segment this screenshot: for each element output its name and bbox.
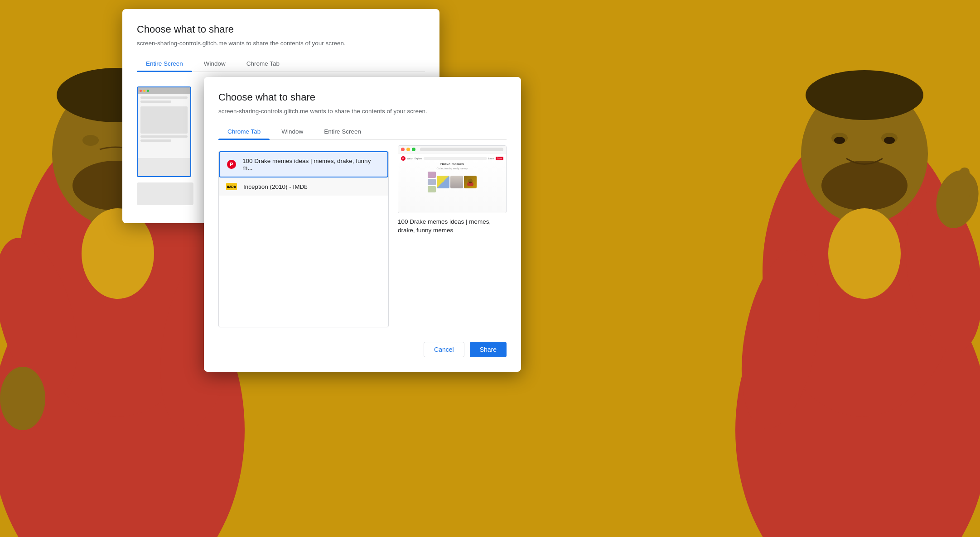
- tab-list: P 100 Drake memes ideas | memes, drake, …: [218, 151, 389, 327]
- tab-item-pinterest[interactable]: P 100 Drake memes ideas | memes, drake, …: [219, 151, 388, 177]
- pint-image-grid: [401, 172, 503, 192]
- pint-small-img-1: [428, 172, 436, 178]
- close-dot: [140, 90, 142, 92]
- pint-small-img-2: [428, 179, 436, 185]
- back-tabs: Entire Screen Window Chrome Tab: [137, 56, 425, 72]
- pint-side-images: [428, 172, 436, 192]
- svg-point-24: [806, 70, 923, 120]
- pint-main-images: [437, 176, 477, 188]
- pint-nav-learn: Learn: [488, 157, 494, 160]
- dialog-front: Choose what to share screen-sharing-cont…: [204, 77, 521, 372]
- pint-nav-explore: Explore: [415, 157, 422, 160]
- pint-collection-text: Collection by emily.harvey: [401, 167, 503, 170]
- svg-point-29: [469, 182, 472, 183]
- svg-point-25: [834, 137, 845, 144]
- svg-point-8: [0, 367, 45, 430]
- svg-point-4: [82, 135, 99, 146]
- svg-point-26: [884, 137, 895, 144]
- back-tab-entire-screen[interactable]: Entire Screen: [137, 56, 192, 72]
- imdb-icon: IMDb: [226, 183, 237, 190]
- preview-topbar: [138, 87, 190, 94]
- back-dialog-footer-bar: [137, 182, 193, 205]
- pint-page-title: Drake memes: [401, 162, 503, 166]
- preview-urlbar: [420, 148, 503, 151]
- front-tabs: Chrome Tab Window Entire Screen: [218, 124, 507, 140]
- max-dot: [147, 90, 149, 92]
- prev-max-dot: [412, 148, 415, 151]
- preview-pinterest-content: P Watch Explore Learn Save Drake memes C…: [398, 153, 506, 213]
- share-button[interactable]: Share: [470, 342, 507, 357]
- entire-screen-preview[interactable]: [137, 86, 191, 177]
- pint-logo-icon: P: [401, 156, 406, 161]
- pint-nav-watch: Watch: [407, 157, 413, 160]
- preview-title-label: 100 Drake memes ideas | memes, drake, fu…: [398, 218, 507, 235]
- prev-min-dot: [406, 148, 410, 151]
- pint-save-btn: Save: [496, 157, 503, 160]
- drake-right-figure: [690, 0, 980, 537]
- front-tab-window[interactable]: Window: [270, 124, 315, 139]
- pinterest-page-preview: P Watch Explore Learn Save Drake memes C…: [398, 153, 506, 213]
- pint-spongebob-img: [437, 176, 449, 188]
- pinterest-tab-label: 100 Drake memes ideas | memes, drake, fu…: [242, 158, 380, 171]
- front-tab-chrome[interactable]: Chrome Tab: [218, 124, 270, 139]
- preview-panel: P Watch Explore Learn Save Drake memes C…: [398, 145, 507, 327]
- pint-small-img-3: [428, 186, 436, 192]
- cancel-button[interactable]: Cancel: [424, 342, 464, 357]
- min-dot: [143, 90, 145, 92]
- drake-mini-svg: [466, 178, 474, 186]
- back-dialog-title: Choose what to share: [137, 24, 425, 35]
- tab-list-container: P 100 Drake memes ideas | memes, drake, …: [218, 145, 389, 327]
- back-tab-chrome[interactable]: Chrome Tab: [237, 56, 289, 72]
- front-tab-entire-screen[interactable]: Entire Screen: [315, 124, 370, 139]
- svg-point-23: [828, 208, 901, 299]
- pint-navbar: P Watch Explore Learn Save: [401, 156, 503, 161]
- preview-content-block: [140, 106, 188, 134]
- dialog-buttons: Cancel Share: [218, 336, 507, 357]
- front-dialog-subtitle: screen-sharing-controls.glitch.me wants …: [218, 108, 507, 115]
- tab-item-imdb[interactable]: IMDb Inception (2010) - IMDb: [219, 177, 388, 196]
- prev-close-dot: [401, 148, 405, 151]
- svg-rect-21: [960, 168, 970, 199]
- pint-drake-img: [464, 176, 477, 188]
- preview-bottom: [138, 158, 190, 176]
- back-dialog-subtitle: screen-sharing-controls.glitch.me wants …: [137, 40, 425, 47]
- page-preview-thumbnail: P Watch Explore Learn Save Drake memes C…: [398, 145, 507, 213]
- imdb-tab-label: Inception (2010) - IMDb: [243, 183, 308, 190]
- pinterest-icon: P: [227, 160, 236, 169]
- front-dialog-title: Choose what to share: [218, 91, 507, 103]
- preview-browser-bar: [398, 146, 506, 153]
- back-tab-window[interactable]: Window: [192, 56, 237, 72]
- svg-point-18: [821, 161, 908, 211]
- pint-searchbar: [424, 157, 487, 160]
- pint-cat-img: [450, 176, 463, 188]
- preview-body: [138, 94, 190, 158]
